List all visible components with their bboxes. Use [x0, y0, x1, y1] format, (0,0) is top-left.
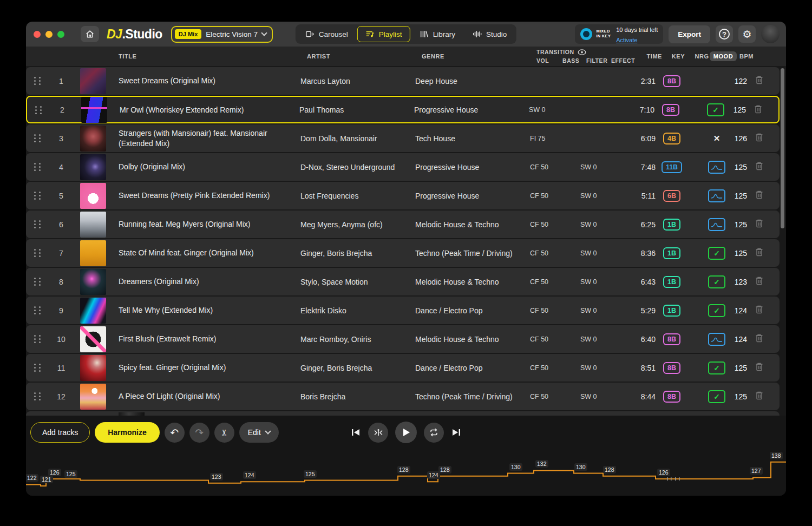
delete-track-button[interactable] [747, 190, 771, 201]
transition-filter-value[interactable]: SW 0 [574, 393, 625, 400]
mood-cell[interactable]: ✓ [703, 361, 731, 374]
mood-cell[interactable]: ✓ [703, 304, 731, 317]
transition-filter-value[interactable]: SW 0 [574, 221, 625, 228]
help-button[interactable]: ? [716, 25, 733, 43]
edit-menu-button[interactable]: Edit [239, 422, 279, 443]
table-row[interactable]: 5 Sweet Dreams (Pretty Pink Extended Rem… [26, 182, 780, 209]
column-header-mood[interactable]: MOOD [709, 51, 737, 61]
mood-cell[interactable]: ✓ [703, 275, 731, 288]
column-header-time[interactable]: TIME [632, 53, 662, 60]
tab-library[interactable]: Library [411, 26, 463, 42]
delete-track-button[interactable] [747, 305, 771, 316]
user-avatar[interactable] [761, 25, 780, 43]
table-row[interactable]: 6 Running feat. Meg Myers (Original Mix)… [26, 211, 780, 238]
home-button[interactable] [81, 26, 99, 42]
column-header-key[interactable]: KEY [662, 53, 695, 60]
drag-handle[interactable] [34, 363, 41, 373]
transition-vol-value[interactable]: CF 50 [523, 278, 574, 286]
column-header-nrg[interactable]: NRG [695, 53, 709, 60]
transition-filter-value[interactable]: SW 0 [574, 307, 625, 314]
table-row[interactable]: 4 Dolby (Original Mix) D-Nox, Stereo Und… [26, 153, 780, 181]
drag-handle[interactable] [34, 392, 41, 402]
project-selector[interactable]: DJ Mix Electric Vision 7 [171, 26, 273, 43]
transition-filter-value[interactable]: SW 0 [574, 249, 625, 257]
drag-handle[interactable] [34, 191, 41, 201]
transition-filter-value[interactable]: SW 0 [574, 336, 625, 343]
column-header-effect[interactable]: EFFECT [611, 57, 635, 64]
table-row[interactable]: 11 Spicy feat. Ginger (Original Mix) Gin… [26, 354, 780, 382]
activate-link[interactable]: Activate [616, 37, 637, 43]
transition-vol-value[interactable]: CF 50 [523, 307, 574, 314]
previous-track-button[interactable] [350, 428, 361, 437]
transition-filter-value[interactable]: SW 0 [574, 163, 625, 171]
table-row[interactable]: 9 Tell Me Why (Extended Mix) Elektrik Di… [26, 297, 780, 324]
undo-button[interactable]: ↶ [165, 423, 185, 443]
transition-vol-value[interactable]: CF 50 [523, 221, 574, 228]
column-header-artist[interactable]: ARTIST [300, 53, 415, 60]
table-row[interactable]: 10 First Blush (Extrawelt Remix) Marc Ro… [26, 325, 780, 353]
delete-track-button[interactable] [747, 333, 771, 345]
minimize-window-button[interactable] [45, 31, 53, 38]
table-row[interactable]: 12 A Piece Of Light (Original Mix) Boris… [26, 383, 780, 410]
transition-vol-value[interactable]: SW 0 [522, 106, 573, 114]
export-button[interactable]: Export [669, 25, 710, 43]
column-header-bass[interactable]: BASS [562, 57, 579, 64]
close-window-button[interactable] [34, 31, 41, 38]
tab-playlist[interactable]: Playlist [357, 26, 410, 42]
cut-button[interactable]: ✂ [214, 423, 234, 443]
delete-track-button[interactable] [746, 104, 770, 116]
drag-handle[interactable] [34, 76, 41, 86]
delete-track-button[interactable] [747, 391, 771, 402]
transition-vol-value[interactable]: CF 50 [523, 393, 574, 400]
transition-filter-value[interactable]: SW 0 [574, 364, 625, 372]
transition-vol-value[interactable]: FI 75 [523, 135, 574, 142]
column-header-genre[interactable]: GENRE [415, 53, 530, 60]
transition-vol-value[interactable]: CF 50 [523, 192, 574, 200]
jump-to-transition-button[interactable] [368, 423, 388, 443]
transition-vol-value[interactable]: CF 50 [523, 364, 574, 372]
maximize-window-button[interactable] [57, 31, 64, 38]
table-row[interactable]: 3 Strangers (with Mansionair) feat. Mans… [26, 124, 780, 152]
drag-handle[interactable] [34, 334, 41, 344]
mood-cell[interactable] [703, 218, 731, 231]
bpm-timeline-chart[interactable]: 1221211261251231241251281241281301321301… [26, 450, 786, 496]
tab-carousel[interactable]: Carousel [297, 26, 356, 42]
table-row[interactable]: 8 Dreamers (Original Mix) Stylo, Space M… [26, 268, 780, 295]
delete-track-button[interactable] [747, 133, 771, 144]
delete-track-button[interactable] [747, 276, 771, 287]
repeat-button[interactable] [424, 423, 444, 443]
column-header-title[interactable]: TITLE [112, 53, 300, 60]
delete-track-button[interactable] [747, 75, 771, 87]
next-track-button[interactable] [451, 428, 462, 437]
transition-vol-value[interactable]: CF 50 [523, 336, 574, 343]
delete-track-button[interactable] [747, 247, 771, 259]
delete-track-button[interactable] [747, 362, 771, 373]
settings-button[interactable]: ⚙ [738, 25, 756, 43]
drag-handle[interactable] [35, 105, 42, 115]
delete-track-button[interactable] [747, 161, 771, 173]
transition-filter-value[interactable]: SW 0 [574, 192, 625, 200]
column-header-vol[interactable]: VOL [536, 57, 549, 64]
mood-cell[interactable] [703, 333, 731, 346]
drag-handle[interactable] [34, 248, 41, 258]
add-tracks-button[interactable]: Add tracks [30, 422, 90, 443]
transition-vol-value[interactable]: CF 50 [523, 249, 574, 257]
redo-button[interactable]: ↷ [189, 423, 209, 443]
table-row[interactable]: 7 State Of Mind feat. Ginger (Original M… [26, 239, 780, 267]
transition-vol-value[interactable]: CF 50 [523, 163, 574, 171]
eye-icon[interactable] [578, 49, 586, 55]
mood-cell[interactable] [703, 161, 731, 174]
transition-filter-value[interactable]: SW 0 [574, 278, 625, 286]
mood-cell[interactable] [703, 189, 731, 202]
mood-cell[interactable]: ✓ [703, 247, 731, 260]
drag-handle[interactable] [34, 220, 41, 229]
table-row[interactable]: 2 Mr Owl (Whoriskey Extended Remix) Paul… [26, 96, 780, 123]
drag-handle[interactable] [34, 306, 41, 315]
table-row-partial[interactable] [26, 411, 780, 416]
vertical-scrollbar[interactable] [781, 68, 784, 228]
delete-track-button[interactable] [747, 219, 771, 230]
column-header-filter[interactable]: FILTER [586, 57, 607, 64]
drag-handle[interactable] [34, 162, 41, 172]
tab-studio[interactable]: Studio [464, 26, 515, 42]
mood-cell[interactable]: ✕ [703, 134, 731, 143]
